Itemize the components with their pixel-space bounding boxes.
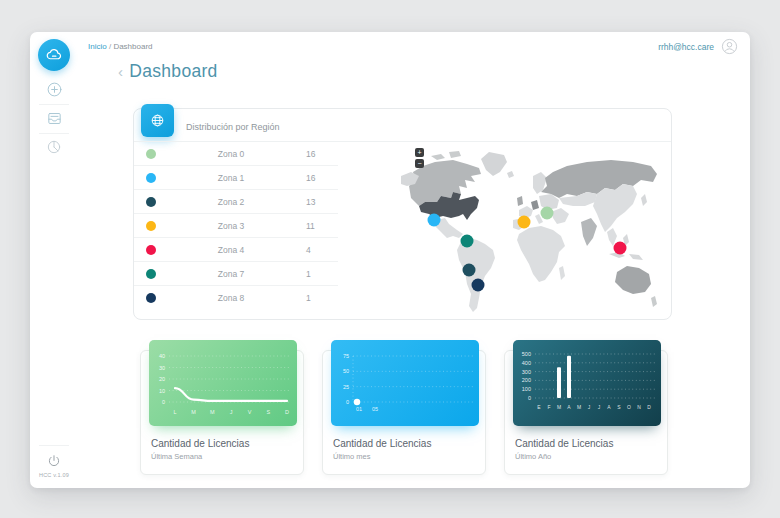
zone-value: 1 xyxy=(306,293,311,303)
legend-row[interactable]: Zona 116 xyxy=(134,166,338,190)
zone-label: Zona 7 xyxy=(156,269,306,279)
svg-text:10: 10 xyxy=(159,388,165,394)
map-marker-zona-3[interactable] xyxy=(518,216,531,229)
map-marker-zona-4[interactable] xyxy=(614,242,627,255)
back-chevron-icon[interactable]: ‹ xyxy=(118,63,123,80)
svg-text:A: A xyxy=(567,404,571,410)
legend-row[interactable]: Zona 311 xyxy=(134,214,338,238)
svg-text:01: 01 xyxy=(356,406,362,412)
world-map[interactable]: + − xyxy=(401,146,661,316)
zone-label: Zona 2 xyxy=(156,197,306,207)
svg-text:S: S xyxy=(266,409,270,415)
zone-color-dot xyxy=(146,245,156,255)
globe-tile xyxy=(141,104,174,137)
svg-text:M: M xyxy=(557,404,561,410)
region-distribution-card: Distribución por Región Zona 016Zona 116… xyxy=(133,108,672,320)
page-title: ‹Dashboard xyxy=(118,61,218,82)
week-line-chart: 403020100LMMJVSD xyxy=(149,340,297,426)
legend-row[interactable]: Zona 44 xyxy=(134,238,338,262)
page-title-text: Dashboard xyxy=(129,61,217,81)
svg-text:V: V xyxy=(248,409,252,415)
sidebar-divider xyxy=(39,133,69,134)
zone-value: 13 xyxy=(306,197,315,207)
desktop-background: HCC v.1.09 Inicio / Dashboard rrhh@hcc.c… xyxy=(0,0,780,518)
world-map-graphic xyxy=(401,146,661,316)
map-marker-zona-0[interactable] xyxy=(541,207,554,220)
svg-text:300: 300 xyxy=(522,369,531,375)
logout-button[interactable] xyxy=(47,454,61,468)
svg-text:40: 40 xyxy=(159,353,165,359)
svg-text:M: M xyxy=(210,409,215,415)
sidebar-divider xyxy=(39,445,69,446)
cloud-icon xyxy=(45,46,63,64)
svg-text:J: J xyxy=(588,404,591,410)
svg-text:D: D xyxy=(285,409,289,415)
svg-text:0: 0 xyxy=(162,399,165,405)
map-zoom-out-button[interactable]: − xyxy=(415,159,424,168)
month-chart-panel: 75502500105 xyxy=(331,340,479,426)
card-subtitle: Último Año xyxy=(515,452,551,461)
sidebar-item-inbox[interactable] xyxy=(45,109,63,127)
legend-row[interactable]: Zona 71 xyxy=(134,262,338,286)
svg-text:F: F xyxy=(547,404,550,410)
licenses-week-card[interactable]: 403020100LMMJVSD Cantidad de Licencias Ú… xyxy=(140,350,304,475)
svg-text:400: 400 xyxy=(522,360,531,366)
map-marker-zona-1[interactable] xyxy=(428,214,441,227)
svg-text:500: 500 xyxy=(522,351,531,357)
licenses-year-card[interactable]: 5004003002001000EFMAMJJASOND Cantidad de… xyxy=(504,350,668,475)
globe-icon xyxy=(150,113,165,128)
zone-label: Zona 8 xyxy=(156,293,306,303)
breadcrumb-current: Dashboard xyxy=(113,42,152,51)
zone-value: 11 xyxy=(306,221,315,231)
card-subtitle: Último mes xyxy=(333,452,371,461)
svg-text:J: J xyxy=(598,404,601,410)
card-title: Cantidad de Licencias xyxy=(151,438,249,449)
region-card-title: Distribución por Región xyxy=(186,122,280,132)
legend-row[interactable]: Zona 213 xyxy=(134,190,338,214)
user-avatar-icon[interactable] xyxy=(721,38,738,55)
zone-legend-table: Zona 016Zona 116Zona 213Zona 311Zona 44Z… xyxy=(134,142,359,310)
inbox-icon xyxy=(46,110,63,127)
sidebar-item-add[interactable] xyxy=(45,80,63,98)
legend-row[interactable]: Zona 016 xyxy=(134,142,338,166)
svg-text:200: 200 xyxy=(522,377,531,383)
zone-label: Zona 3 xyxy=(156,221,306,231)
svg-text:0: 0 xyxy=(346,399,349,405)
month-scatter-chart: 75502500105 xyxy=(331,340,479,426)
zone-label: Zona 1 xyxy=(156,173,306,183)
svg-text:50: 50 xyxy=(343,368,349,374)
map-marker-zona-7[interactable] xyxy=(461,235,474,248)
user-email: rrhh@hcc.care xyxy=(658,42,714,52)
power-icon xyxy=(47,454,61,468)
breadcrumb-home-link[interactable]: Inicio xyxy=(88,42,107,51)
svg-text:D: D xyxy=(647,404,651,410)
svg-text:O: O xyxy=(627,404,631,410)
svg-text:30: 30 xyxy=(159,365,165,371)
svg-text:S: S xyxy=(617,404,621,410)
zone-color-dot xyxy=(146,269,156,279)
year-chart-panel: 5004003002001000EFMAMJJASOND xyxy=(513,340,661,426)
zone-color-dot xyxy=(146,149,156,159)
zone-color-dot xyxy=(146,197,156,207)
licenses-month-card[interactable]: 75502500105 Cantidad de Licencias Último… xyxy=(322,350,486,475)
map-marker-zona-8[interactable] xyxy=(472,279,485,292)
svg-text:20: 20 xyxy=(159,376,165,382)
map-zoom-in-button[interactable]: + xyxy=(415,148,424,157)
legend-row[interactable]: Zona 81 xyxy=(134,286,338,310)
plus-circle-icon xyxy=(46,81,63,98)
app-logo[interactable] xyxy=(38,39,70,71)
app-window: HCC v.1.09 Inicio / Dashboard rrhh@hcc.c… xyxy=(30,32,750,488)
map-marker-zona-2[interactable] xyxy=(463,264,476,277)
svg-text:N: N xyxy=(637,404,641,410)
svg-text:M: M xyxy=(191,409,196,415)
svg-text:L: L xyxy=(173,409,176,415)
map-zoom-controls: + − xyxy=(415,148,424,170)
card-title: Cantidad de Licencias xyxy=(333,438,431,449)
svg-text:75: 75 xyxy=(343,353,349,359)
account-menu[interactable]: rrhh@hcc.care xyxy=(658,38,738,55)
card-title: Cantidad de Licencias xyxy=(515,438,613,449)
sidebar-item-reports[interactable] xyxy=(45,138,63,156)
sidebar: HCC v.1.09 xyxy=(30,32,78,488)
svg-text:J: J xyxy=(230,409,233,415)
svg-text:25: 25 xyxy=(343,384,349,390)
